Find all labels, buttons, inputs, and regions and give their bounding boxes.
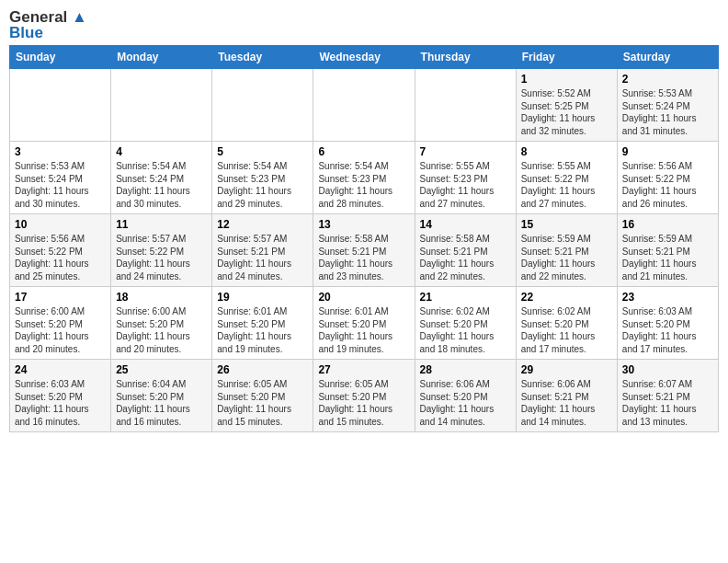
day-number: 5 xyxy=(217,145,308,158)
day-info: Sunrise: 6:02 AM Sunset: 5:20 PM Dayligh… xyxy=(521,305,612,355)
day-number: 10 xyxy=(15,218,106,231)
calendar-day-cell xyxy=(111,69,212,142)
calendar-day-cell: 5Sunrise: 5:54 AM Sunset: 5:23 PM Daylig… xyxy=(212,142,313,214)
calendar-day-cell xyxy=(10,69,111,142)
day-number: 6 xyxy=(318,145,409,158)
day-info: Sunrise: 5:59 AM Sunset: 5:21 PM Dayligh… xyxy=(521,233,612,282)
calendar-day-cell: 16Sunrise: 5:59 AM Sunset: 5:21 PM Dayli… xyxy=(617,214,718,287)
day-number: 27 xyxy=(318,363,409,376)
calendar-day-cell: 21Sunrise: 6:02 AM Sunset: 5:20 PM Dayli… xyxy=(415,287,516,360)
calendar-day-cell: 22Sunrise: 6:02 AM Sunset: 5:20 PM Dayli… xyxy=(516,287,617,360)
calendar-day-cell: 27Sunrise: 6:05 AM Sunset: 5:20 PM Dayli… xyxy=(313,360,415,432)
day-info: Sunrise: 5:54 AM Sunset: 5:23 PM Dayligh… xyxy=(217,160,308,210)
day-info: Sunrise: 6:01 AM Sunset: 5:20 PM Dayligh… xyxy=(217,305,308,355)
day-number: 15 xyxy=(521,218,612,231)
calendar-day-cell: 12Sunrise: 5:57 AM Sunset: 5:21 PM Dayli… xyxy=(212,214,313,287)
day-number: 13 xyxy=(318,218,409,231)
day-number: 9 xyxy=(622,145,713,158)
day-number: 17 xyxy=(15,291,106,304)
day-info: Sunrise: 5:53 AM Sunset: 5:24 PM Dayligh… xyxy=(15,160,106,210)
day-number: 29 xyxy=(521,363,612,376)
day-info: Sunrise: 6:02 AM Sunset: 5:20 PM Dayligh… xyxy=(420,305,511,355)
calendar-table: SundayMondayTuesdayWednesdayThursdayFrid… xyxy=(9,45,719,432)
calendar-day-cell: 24Sunrise: 6:03 AM Sunset: 5:20 PM Dayli… xyxy=(10,360,111,432)
day-info: Sunrise: 5:59 AM Sunset: 5:21 PM Dayligh… xyxy=(622,233,713,282)
calendar-day-cell: 1Sunrise: 5:52 AM Sunset: 5:25 PM Daylig… xyxy=(516,69,617,142)
day-number: 18 xyxy=(116,291,207,304)
day-number: 25 xyxy=(116,363,207,376)
calendar-day-cell xyxy=(212,69,313,142)
weekday-header: Thursday xyxy=(415,46,516,69)
calendar-day-cell: 15Sunrise: 5:59 AM Sunset: 5:21 PM Dayli… xyxy=(516,214,617,287)
calendar-day-cell: 4Sunrise: 5:54 AM Sunset: 5:24 PM Daylig… xyxy=(111,142,212,214)
page-header: General ▲ Blue xyxy=(9,9,719,41)
day-number: 21 xyxy=(420,291,511,304)
calendar-day-cell xyxy=(313,69,415,142)
calendar-day-cell: 17Sunrise: 6:00 AM Sunset: 5:20 PM Dayli… xyxy=(10,287,111,360)
logo: General ▲ Blue xyxy=(9,9,87,41)
calendar-day-cell: 3Sunrise: 5:53 AM Sunset: 5:24 PM Daylig… xyxy=(10,142,111,214)
day-number: 14 xyxy=(420,218,511,231)
calendar-day-cell: 25Sunrise: 6:04 AM Sunset: 5:20 PM Dayli… xyxy=(111,360,212,432)
day-number: 23 xyxy=(622,291,713,304)
day-info: Sunrise: 6:05 AM Sunset: 5:20 PM Dayligh… xyxy=(217,378,308,428)
day-number: 8 xyxy=(521,145,612,158)
calendar-week-row: 17Sunrise: 6:00 AM Sunset: 5:20 PM Dayli… xyxy=(10,287,719,360)
calendar-day-cell: 29Sunrise: 6:06 AM Sunset: 5:21 PM Dayli… xyxy=(516,360,617,432)
weekday-header: Friday xyxy=(516,46,617,69)
calendar-day-cell: 8Sunrise: 5:55 AM Sunset: 5:22 PM Daylig… xyxy=(516,142,617,214)
calendar-day-cell: 10Sunrise: 5:56 AM Sunset: 5:22 PM Dayli… xyxy=(10,214,111,287)
calendar-day-cell: 11Sunrise: 5:57 AM Sunset: 5:22 PM Dayli… xyxy=(111,214,212,287)
day-info: Sunrise: 6:03 AM Sunset: 5:20 PM Dayligh… xyxy=(622,305,713,355)
day-info: Sunrise: 5:58 AM Sunset: 5:21 PM Dayligh… xyxy=(420,233,511,282)
day-number: 7 xyxy=(420,145,511,158)
day-number: 28 xyxy=(420,363,511,376)
day-number: 30 xyxy=(622,363,713,376)
calendar-day-cell: 28Sunrise: 6:06 AM Sunset: 5:20 PM Dayli… xyxy=(415,360,516,432)
day-info: Sunrise: 5:56 AM Sunset: 5:22 PM Dayligh… xyxy=(15,233,106,282)
calendar-day-cell: 13Sunrise: 5:58 AM Sunset: 5:21 PM Dayli… xyxy=(313,214,415,287)
day-info: Sunrise: 5:55 AM Sunset: 5:23 PM Dayligh… xyxy=(420,160,511,210)
weekday-header: Wednesday xyxy=(313,46,415,69)
calendar-day-cell: 18Sunrise: 6:00 AM Sunset: 5:20 PM Dayli… xyxy=(111,287,212,360)
day-info: Sunrise: 6:04 AM Sunset: 5:20 PM Dayligh… xyxy=(116,378,207,428)
day-info: Sunrise: 5:54 AM Sunset: 5:23 PM Dayligh… xyxy=(318,160,409,210)
calendar-week-row: 24Sunrise: 6:03 AM Sunset: 5:20 PM Dayli… xyxy=(10,360,719,432)
calendar-day-cell: 26Sunrise: 6:05 AM Sunset: 5:20 PM Dayli… xyxy=(212,360,313,432)
calendar-day-cell: 23Sunrise: 6:03 AM Sunset: 5:20 PM Dayli… xyxy=(617,287,718,360)
day-number: 1 xyxy=(521,73,612,86)
day-info: Sunrise: 6:01 AM Sunset: 5:20 PM Dayligh… xyxy=(318,305,409,355)
calendar-day-cell: 6Sunrise: 5:54 AM Sunset: 5:23 PM Daylig… xyxy=(313,142,415,214)
calendar-day-cell: 9Sunrise: 5:56 AM Sunset: 5:22 PM Daylig… xyxy=(617,142,718,214)
day-info: Sunrise: 5:53 AM Sunset: 5:24 PM Dayligh… xyxy=(622,87,713,137)
day-number: 3 xyxy=(15,145,106,158)
weekday-header: Tuesday xyxy=(212,46,313,69)
calendar-day-cell: 14Sunrise: 5:58 AM Sunset: 5:21 PM Dayli… xyxy=(415,214,516,287)
day-number: 4 xyxy=(116,145,207,158)
day-number: 24 xyxy=(15,363,106,376)
day-info: Sunrise: 5:57 AM Sunset: 5:21 PM Dayligh… xyxy=(217,233,308,282)
day-number: 2 xyxy=(622,73,713,86)
day-info: Sunrise: 6:00 AM Sunset: 5:20 PM Dayligh… xyxy=(116,305,207,355)
weekday-header: Saturday xyxy=(617,46,718,69)
day-info: Sunrise: 5:56 AM Sunset: 5:22 PM Dayligh… xyxy=(622,160,713,210)
day-info: Sunrise: 5:57 AM Sunset: 5:22 PM Dayligh… xyxy=(116,233,207,282)
day-info: Sunrise: 6:05 AM Sunset: 5:20 PM Dayligh… xyxy=(318,378,409,428)
day-info: Sunrise: 5:58 AM Sunset: 5:21 PM Dayligh… xyxy=(318,233,409,282)
calendar-week-row: 3Sunrise: 5:53 AM Sunset: 5:24 PM Daylig… xyxy=(10,142,719,214)
calendar-day-cell: 19Sunrise: 6:01 AM Sunset: 5:20 PM Dayli… xyxy=(212,287,313,360)
day-info: Sunrise: 6:06 AM Sunset: 5:21 PM Dayligh… xyxy=(521,378,612,428)
day-number: 11 xyxy=(116,218,207,231)
calendar-week-row: 1Sunrise: 5:52 AM Sunset: 5:25 PM Daylig… xyxy=(10,69,719,142)
calendar-day-cell: 2Sunrise: 5:53 AM Sunset: 5:24 PM Daylig… xyxy=(617,69,718,142)
day-info: Sunrise: 6:07 AM Sunset: 5:21 PM Dayligh… xyxy=(622,378,713,428)
calendar-day-cell xyxy=(415,69,516,142)
day-info: Sunrise: 6:00 AM Sunset: 5:20 PM Dayligh… xyxy=(15,305,106,355)
calendar-week-row: 10Sunrise: 5:56 AM Sunset: 5:22 PM Dayli… xyxy=(10,214,719,287)
calendar-header-row: SundayMondayTuesdayWednesdayThursdayFrid… xyxy=(10,46,719,69)
day-number: 19 xyxy=(217,291,308,304)
day-number: 12 xyxy=(217,218,308,231)
day-number: 16 xyxy=(622,218,713,231)
calendar-day-cell: 20Sunrise: 6:01 AM Sunset: 5:20 PM Dayli… xyxy=(313,287,415,360)
day-number: 22 xyxy=(521,291,612,304)
